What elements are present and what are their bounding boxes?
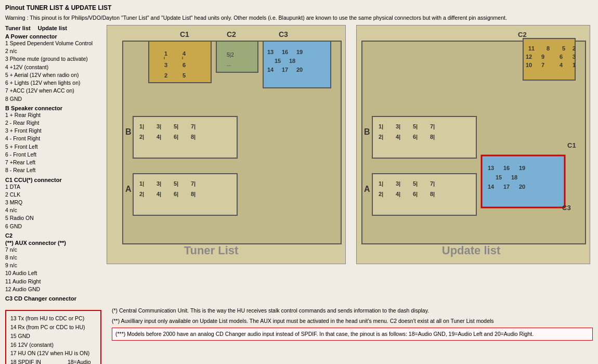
svg-text:5: 5 xyxy=(183,72,186,79)
tuner-diagram-svg: C1 C2 C3 1 4 3 6 2 5 5|2 ... xyxy=(107,25,346,264)
section-a: A Power connector 1 Speed Dependent Volu… xyxy=(5,33,101,103)
svg-text:12: 12 xyxy=(526,54,532,60)
cdc-item-14: 14 Rx (from PC or CDC to HU) xyxy=(10,323,96,332)
svg-text:C3: C3 xyxy=(562,204,571,212)
cdc-item-13: 13 Tx (from HU to CDC or PC) xyxy=(10,314,96,323)
svg-text:6|: 6| xyxy=(413,134,418,140)
item-b6: 6 - Front Left xyxy=(5,151,101,159)
svg-text:5: 5 xyxy=(562,45,565,51)
item-a4: 4 +12V (constant) xyxy=(5,63,101,71)
svg-text:6|: 6| xyxy=(174,191,178,197)
svg-text:16: 16 xyxy=(503,165,510,171)
svg-text:1|: 1| xyxy=(379,180,383,187)
svg-text:7|: 7| xyxy=(191,123,196,129)
item-aux-9: 9 n/c xyxy=(5,262,101,269)
tuner-diagram-panel: C1 C2 C3 1 4 3 6 2 5 5|2 ... xyxy=(107,25,351,303)
svg-text:3: 3 xyxy=(164,62,167,68)
svg-text:1|: 1| xyxy=(139,123,144,129)
svg-text:11: 11 xyxy=(528,45,535,51)
svg-text:19: 19 xyxy=(519,165,525,171)
svg-text:4|: 4| xyxy=(157,191,161,197)
note-spdif-box: (***) Models before 2000 have an analog … xyxy=(112,328,593,341)
svg-text:20: 20 xyxy=(519,184,525,190)
section-c3: C3 CD Changer connector xyxy=(5,295,101,302)
section-c3-label: C3 CD Changer connector xyxy=(5,295,101,302)
item-aux-11: 11 Audio Right xyxy=(5,278,101,285)
section-aux: (**) AUX connector (**) 7 n/c 8 n/c 9 n/… xyxy=(5,240,101,293)
update-list-header: Update list xyxy=(38,25,67,31)
svg-text:9: 9 xyxy=(541,54,544,60)
svg-rect-50 xyxy=(372,116,476,158)
svg-text:18: 18 xyxy=(511,174,517,180)
svg-text:10: 10 xyxy=(526,62,532,68)
item-b3: 3 + Front Right xyxy=(5,127,101,135)
svg-text:14: 14 xyxy=(488,184,495,190)
svg-text:17: 17 xyxy=(282,67,288,73)
item-c1-1: 1 DTA xyxy=(5,183,101,191)
svg-text:6|: 6| xyxy=(413,191,418,197)
svg-text:15: 15 xyxy=(275,58,281,64)
section-b: B Speaker connector 1 + Rear Right 2 - R… xyxy=(5,105,101,175)
svg-text:16: 16 xyxy=(282,49,288,55)
item-a6: 6 + Lights (12V when lights on) xyxy=(5,79,101,87)
svg-text:1|: 1| xyxy=(139,180,144,187)
item-aux-8: 8 n/c xyxy=(5,254,101,262)
svg-text:2|: 2| xyxy=(139,134,144,140)
item-a5: 5 + Aerial (12V when radio on) xyxy=(5,71,101,79)
c3-connector-tuner xyxy=(263,41,331,88)
cdc-item-15: 15 GND xyxy=(10,332,96,341)
svg-text:...: ... xyxy=(227,61,231,67)
item-aux-10: 10 Audio Left xyxy=(5,269,101,277)
svg-text:7|: 7| xyxy=(430,123,435,129)
c2-label-tuner: C2 xyxy=(227,30,236,38)
left-panel: Tuner list Update list A Power connector… xyxy=(5,25,101,303)
svg-text:6: 6 xyxy=(560,54,563,60)
svg-text:8|: 8| xyxy=(430,191,435,197)
svg-text:3|: 3| xyxy=(157,180,161,187)
section-c2-label: C2 xyxy=(5,232,101,239)
svg-text:3|: 3| xyxy=(396,180,400,187)
svg-text:C2: C2 xyxy=(518,31,527,38)
bottom-section: 13 Tx (from HU to CDC or PC) 14 Rx (from… xyxy=(5,307,593,364)
item-a8: 8 GND xyxy=(5,95,101,103)
item-b2: 2 - Rear Right xyxy=(5,119,101,127)
b-label-tuner: B xyxy=(125,127,132,136)
svg-text:4|: 4| xyxy=(396,134,400,140)
svg-text:3|: 3| xyxy=(157,123,161,129)
warning-text: Warning : This pinout is for Philips/VDO… xyxy=(5,15,593,21)
section-c1-label: C1 CCU(*) connector xyxy=(5,177,101,183)
page-title: Pinout TUNER LIST & UPDATE LIST xyxy=(5,4,593,11)
section-a-label: A Power connector xyxy=(5,33,101,40)
notes-area: (*) Central Communication Unit. This is … xyxy=(112,307,593,364)
section-c2: C2 xyxy=(5,232,101,239)
c1-label-tuner: C1 xyxy=(180,30,189,38)
item-b4: 4 - Front Right xyxy=(5,135,101,142)
svg-text:4|: 4| xyxy=(157,134,161,140)
svg-text:8|: 8| xyxy=(191,191,196,197)
item-aux-7: 7 n/c xyxy=(5,246,101,254)
svg-text:2: 2 xyxy=(573,45,576,51)
cdc-item-16: 16 12V (constant) xyxy=(10,341,96,349)
svg-text:8|: 8| xyxy=(191,134,196,140)
svg-text:A: A xyxy=(364,185,370,193)
section-aux-label: (**) AUX connector (**) xyxy=(5,240,101,246)
svg-text:3: 3 xyxy=(573,54,576,60)
cdc-connector-box: 13 Tx (from HU to CDC or PC) 14 Rx (from… xyxy=(5,310,101,364)
svg-text:7|: 7| xyxy=(191,180,196,187)
svg-text:2|: 2| xyxy=(379,134,383,140)
section-c1: C1 CCU(*) connector 1 DTA 2 CLK 3 MRQ 4 … xyxy=(5,177,101,230)
c2-connector-tuner xyxy=(216,41,258,72)
svg-text:5|: 5| xyxy=(413,180,418,187)
svg-text:20: 20 xyxy=(296,67,303,73)
item-c1-2: 2 CLK xyxy=(5,191,101,199)
left-bottom-panel: 13 Tx (from HU to CDC or PC) 14 Rx (from… xyxy=(5,307,101,364)
item-b8: 8 - Rear Left xyxy=(5,166,101,174)
item-c1-6: 6 GND xyxy=(5,223,101,230)
a-label-tuner: A xyxy=(125,185,132,193)
item-c1-3: 3 MRQ xyxy=(5,199,101,206)
svg-text:1: 1 xyxy=(573,62,576,68)
svg-text:4: 4 xyxy=(560,62,563,68)
item-a1: 1 Speed Dependent Volume Control xyxy=(5,40,101,47)
svg-text:7|: 7| xyxy=(430,180,435,187)
svg-text:4|: 4| xyxy=(396,191,400,197)
